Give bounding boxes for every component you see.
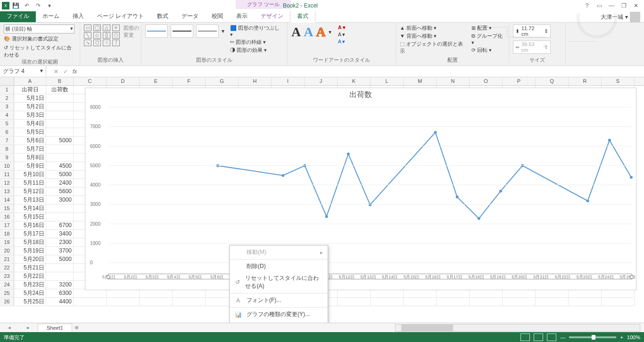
cell[interactable]: 5月10日	[14, 171, 46, 179]
cell[interactable]: 5月15日	[14, 213, 46, 221]
cell[interactable]	[569, 298, 602, 306]
view-normal-icon[interactable]	[520, 334, 530, 341]
text-effects-button[interactable]: A ▾	[338, 39, 346, 45]
zoom-level[interactable]: 100%	[627, 334, 640, 340]
group-button[interactable]: ⧉ グループ化 ▾	[471, 33, 505, 46]
cell[interactable]: 5月13日	[14, 196, 46, 204]
cell[interactable]: 3200	[46, 281, 74, 289]
col-header[interactable]: G	[206, 77, 239, 85]
shape-style-gallery[interactable]: ▾	[145, 24, 224, 38]
tab-format[interactable]: 書式	[290, 10, 315, 23]
cell[interactable]: 4500	[46, 162, 74, 171]
cell[interactable]	[74, 289, 107, 298]
cell[interactable]: 5月18日	[14, 238, 46, 247]
menu-change-chart-type[interactable]: 📊グラフの種類の変更(Y)...	[230, 309, 328, 320]
cell[interactable]: 6700	[46, 221, 74, 230]
undo-button[interactable]: ↶	[22, 0, 32, 11]
menu-delete[interactable]: 削除(D)	[230, 261, 328, 272]
cell[interactable]	[470, 298, 503, 306]
tab-home[interactable]: ホーム	[36, 10, 66, 22]
cell[interactable]: 5月1日	[14, 94, 46, 103]
cell[interactable]: 5月14日	[14, 204, 46, 213]
cell[interactable]	[107, 289, 140, 298]
cell[interactable]: 5月17日	[14, 230, 46, 238]
cell[interactable]	[46, 120, 74, 128]
cell[interactable]: 2300	[46, 238, 74, 247]
redo-button[interactable]: ↷	[33, 0, 43, 11]
zoom-in-button[interactable]: +	[620, 334, 623, 340]
row-header[interactable]: 25	[0, 289, 14, 298]
cell[interactable]: 5月3日	[14, 111, 46, 120]
cell[interactable]	[173, 298, 206, 306]
cell[interactable]	[503, 298, 536, 306]
avatar[interactable]	[630, 12, 640, 22]
minimize-button[interactable]: —	[607, 2, 616, 9]
menu-reset-style[interactable]: ↺リセットしてスタイルに合わせる(A)	[230, 272, 328, 292]
cell[interactable]	[404, 298, 437, 306]
row-header[interactable]: 1	[0, 86, 14, 94]
col-header[interactable]: M	[404, 77, 437, 85]
cell[interactable]	[46, 264, 74, 272]
cell[interactable]	[536, 298, 569, 306]
cell[interactable]	[46, 272, 74, 281]
shape-effects-button[interactable]: ◑ 図形の効果 ▾	[230, 47, 283, 54]
shape-gallery[interactable]: ▭◯△≡ ╲◇{}⬠ ↘⬡☆⤴	[84, 24, 121, 46]
row-header[interactable]: 6	[0, 128, 14, 137]
text-fill-button[interactable]: A ▾	[338, 24, 346, 31]
tab-formulas[interactable]: 数式	[150, 10, 175, 22]
shape-outline-button[interactable]: ✏ 図形の枠線 ▾	[230, 39, 283, 46]
cell[interactable]	[173, 289, 206, 298]
cell[interactable]: 5000	[46, 137, 74, 145]
view-page-layout-icon[interactable]	[534, 334, 543, 341]
cell[interactable]: 5月4日	[14, 120, 46, 128]
col-header[interactable]: D	[107, 77, 140, 85]
sheet-nav[interactable]: ◂▸	[0, 325, 38, 331]
cell[interactable]	[503, 289, 536, 298]
row-header[interactable]: 9	[0, 154, 14, 162]
cell[interactable]	[46, 128, 74, 137]
cell[interactable]: 3000	[46, 196, 74, 204]
cell[interactable]	[437, 289, 470, 298]
cell[interactable]: 5月7日	[14, 145, 46, 154]
cell[interactable]	[602, 298, 635, 306]
cell[interactable]	[46, 94, 74, 103]
row-header[interactable]: 4	[0, 111, 14, 120]
cell[interactable]	[338, 289, 371, 298]
cell[interactable]: 5月12日	[14, 187, 46, 196]
save-button[interactable]: 💾	[10, 0, 21, 11]
cell[interactable]: 4400	[46, 298, 74, 306]
col-header[interactable]: H	[239, 77, 272, 85]
shape-fill-button[interactable]: 🟦 図形の塗りつぶし ▾	[230, 24, 283, 38]
zoom-out-button[interactable]: —	[560, 334, 565, 340]
cell[interactable]: 5600	[46, 187, 74, 196]
enter-icon[interactable]: ✓	[63, 68, 68, 75]
cell[interactable]	[74, 298, 107, 306]
cell[interactable]: 2400	[46, 179, 74, 187]
cell[interactable]	[140, 298, 173, 306]
col-header[interactable]: P	[503, 77, 536, 85]
cell[interactable]	[46, 111, 74, 120]
rotate-button[interactable]: ⟳ 回転 ▾	[471, 47, 505, 54]
cell[interactable]: 5月23日	[14, 281, 46, 289]
col-header[interactable]: B	[46, 77, 74, 85]
ribbon-display-button[interactable]: ▭	[595, 2, 603, 9]
cell[interactable]: 5月9日	[14, 162, 46, 171]
col-header[interactable]: C	[74, 77, 107, 85]
col-header[interactable]: L	[371, 77, 404, 85]
cell[interactable]: 5000	[46, 171, 74, 179]
cell[interactable]	[371, 298, 404, 306]
cell[interactable]	[46, 213, 74, 221]
menu-font[interactable]: Aフォント(F)...	[230, 294, 328, 306]
cell[interactable]	[107, 298, 140, 306]
cell[interactable]	[602, 289, 635, 298]
height-input[interactable]: ⬍ 11.72 cm⇕	[513, 24, 551, 38]
cell[interactable]: 5月8日	[14, 154, 46, 162]
cell[interactable]: 出荷数	[46, 86, 74, 94]
row-header[interactable]: 12	[0, 179, 14, 187]
row-header[interactable]: 22	[0, 264, 14, 272]
cell[interactable]	[437, 298, 470, 306]
cell[interactable]: 3700	[46, 247, 74, 255]
text-outline-button[interactable]: A ▾	[338, 32, 346, 38]
tab-view[interactable]: 表示	[230, 10, 254, 22]
selection-pane-button[interactable]: ⬚ オブジェクトの選択と表示	[400, 41, 464, 55]
